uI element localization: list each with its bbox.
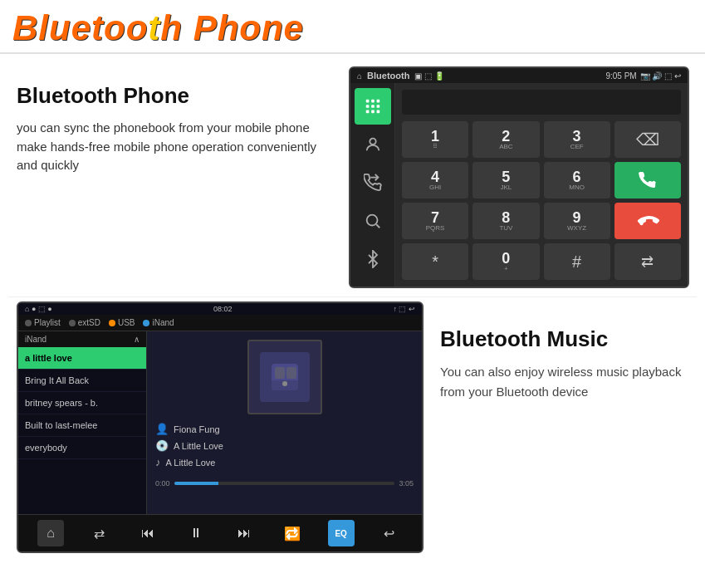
- playlist-item-1[interactable]: Bring It All Back: [18, 370, 146, 392]
- sidebar-dialpad-icon[interactable]: [355, 88, 391, 125]
- svg-line-12: [376, 224, 379, 228]
- progress-total: 3:05: [399, 479, 414, 488]
- svg-rect-6: [365, 110, 369, 114]
- tab-label-inand: iNand: [152, 318, 174, 327]
- control-back-button[interactable]: ↩: [376, 520, 403, 546]
- svg-point-9: [370, 139, 375, 145]
- tab-label-extsd: extSD: [78, 318, 100, 327]
- phone-heading: Bluetooth Phone: [17, 83, 332, 109]
- status-right-icons: 📷 🔊 ⬚ ↩: [640, 71, 681, 81]
- control-play-pause-button[interactable]: ⏸: [183, 520, 209, 546]
- music-heading: Bluetooth Music: [440, 326, 693, 352]
- dial-key-6[interactable]: 6MNO: [544, 162, 610, 198]
- playlist-item-4[interactable]: everybody: [18, 437, 146, 459]
- phone-description: you can sync the phonebook from your mob…: [17, 119, 332, 175]
- control-repeat-button[interactable]: 🔁: [279, 520, 306, 546]
- progress-fill: [174, 482, 218, 485]
- tab-dot-extsd: [69, 320, 76, 326]
- svg-rect-8: [376, 110, 379, 114]
- status-bar-left: ⌂ Bluetooth ▣ ⬚ 🔋: [357, 71, 444, 81]
- playlist-item-2[interactable]: britney spears - b.: [18, 392, 146, 414]
- dial-key-7[interactable]: 7PQRS: [402, 203, 468, 239]
- svg-rect-7: [371, 110, 375, 114]
- playlist-header-label: iNand: [25, 335, 47, 344]
- music-tab-extsd[interactable]: extSD: [69, 318, 100, 327]
- sidebar-recent-calls-icon[interactable]: [355, 164, 391, 201]
- music-description: You can also enjoy wireless music playba…: [440, 362, 693, 402]
- dial-key-hash[interactable]: #: [544, 243, 610, 280]
- dial-key-5[interactable]: 5JKL: [472, 162, 539, 198]
- tab-dot-inand: [143, 320, 149, 326]
- playlist-collapse-icon: ∧: [134, 335, 140, 344]
- music-tabs: Playlist extSD USB iNand: [18, 315, 422, 331]
- dialpad-display: [402, 90, 681, 115]
- music-tab-usb[interactable]: USB: [109, 318, 135, 327]
- svg-rect-5: [376, 105, 379, 108]
- svg-rect-14: [275, 367, 285, 379]
- music-ui-screenshot: ⌂ ● ⬚ ● 08:02 ↑ ⬚ ↩ Playlist extSD USB: [17, 301, 423, 553]
- dial-key-2[interactable]: 2ABC: [472, 121, 539, 158]
- phone-time: 9:05 PM: [605, 71, 636, 81]
- music-main: iNand ∧ a little love Bring It All Back …: [18, 331, 422, 514]
- dial-key-0[interactable]: 0+: [472, 243, 539, 280]
- status-bar-right: 9:05 PM 📷 🔊 ⬚ ↩: [605, 71, 681, 81]
- control-eq-button[interactable]: EQ: [328, 520, 355, 546]
- dial-key-star[interactable]: *: [402, 243, 468, 280]
- dial-key-call[interactable]: [614, 162, 681, 198]
- bottom-section: ⌂ ● ⬚ ● 08:02 ↑ ⬚ ↩ Playlist extSD USB: [8, 296, 697, 561]
- dial-key-end[interactable]: [614, 203, 681, 239]
- progress-bar[interactable]: [174, 482, 395, 485]
- progress-area: 0:00 3:05: [155, 479, 414, 488]
- dial-key-3[interactable]: 3CEF: [544, 121, 610, 158]
- track-album-row: 💿 A Little Love: [155, 439, 414, 452]
- sidebar-search-icon[interactable]: [355, 203, 391, 239]
- svg-rect-15: [286, 367, 296, 379]
- music-tab-playlist[interactable]: Playlist: [25, 318, 61, 327]
- playlist-sidebar: iNand ∧ a little love Bring It All Back …: [18, 331, 147, 514]
- progress-current: 0:00: [155, 479, 170, 488]
- track-artist-row: 👤 Fiona Fung: [155, 423, 414, 435]
- album-icon: 💿: [155, 439, 169, 452]
- music-description-area: Bluetooth Music You can also enjoy wirel…: [440, 301, 693, 402]
- tab-dot-usb: [109, 320, 115, 326]
- bluetooth-status-label: Bluetooth: [367, 71, 409, 81]
- sidebar-bluetooth-icon[interactable]: [355, 241, 391, 277]
- svg-point-17: [282, 381, 287, 386]
- top-section: Bluetooth Phone you can sync the phonebo…: [8, 54, 697, 296]
- dial-key-1[interactable]: 1⠿: [402, 121, 468, 158]
- title-highlight: t: [148, 8, 160, 47]
- phone-ui-screenshot: ⌂ Bluetooth ▣ ⬚ 🔋 9:05 PM 📷 🔊 ⬚ ↩: [349, 66, 689, 288]
- playlist-item-3[interactable]: Built to last-melee: [18, 414, 146, 437]
- track-artist: Fiona Fung: [174, 424, 220, 434]
- dialpad: 1⠿ 2ABC 3CEF ⌫ 4GHI 5JKL 6MNO 7PQRS 8: [395, 83, 688, 287]
- dial-key-4[interactable]: 4GHI: [402, 162, 468, 198]
- dial-grid: 1⠿ 2ABC 3CEF ⌫ 4GHI 5JKL 6MNO 7PQRS 8: [402, 121, 681, 280]
- music-controls: ⌂ ⇄ ⏮ ⏸ ⏭ 🔁 EQ ↩: [18, 514, 422, 551]
- dial-key-swap[interactable]: ⇄: [614, 243, 681, 280]
- playlist-item-0[interactable]: a little love: [18, 347, 146, 370]
- svg-rect-3: [365, 105, 369, 108]
- phone-sidebar: [350, 83, 395, 287]
- playlist-header: iNand ∧: [18, 331, 146, 347]
- page-header: Bluetooth Phone: [0, 0, 705, 54]
- music-status-bar: ⌂ ● ⬚ ● 08:02 ↑ ⬚ ↩: [18, 303, 422, 315]
- dial-key-9[interactable]: 9WXYZ: [544, 203, 610, 239]
- control-prev-button[interactable]: ⏮: [135, 520, 161, 546]
- dial-key-8[interactable]: 8TUV: [472, 203, 539, 239]
- control-shuffle-button[interactable]: ⇄: [86, 520, 112, 546]
- track-album: A Little Love: [174, 441, 223, 451]
- sidebar-contacts-icon[interactable]: [355, 126, 391, 163]
- page-title: Bluetooth Phone: [12, 8, 693, 48]
- phone-home-icon: ⌂: [357, 71, 362, 81]
- music-status-left: ⌂ ● ⬚ ●: [25, 305, 52, 313]
- dial-key-backspace[interactable]: ⌫: [614, 121, 681, 158]
- svg-rect-1: [371, 100, 375, 103]
- control-next-button[interactable]: ⏭: [231, 520, 257, 546]
- music-note-icon: ♪: [155, 456, 161, 468]
- svg-point-11: [366, 215, 377, 226]
- track-info: 👤 Fiona Fung 💿 A Little Love ♪ A Little …: [155, 423, 414, 473]
- track-title-row: ♪ A Little Love: [155, 456, 414, 468]
- music-tab-inand[interactable]: iNand: [143, 318, 174, 327]
- tab-label-usb: USB: [118, 318, 135, 327]
- control-home-button[interactable]: ⌂: [37, 520, 64, 546]
